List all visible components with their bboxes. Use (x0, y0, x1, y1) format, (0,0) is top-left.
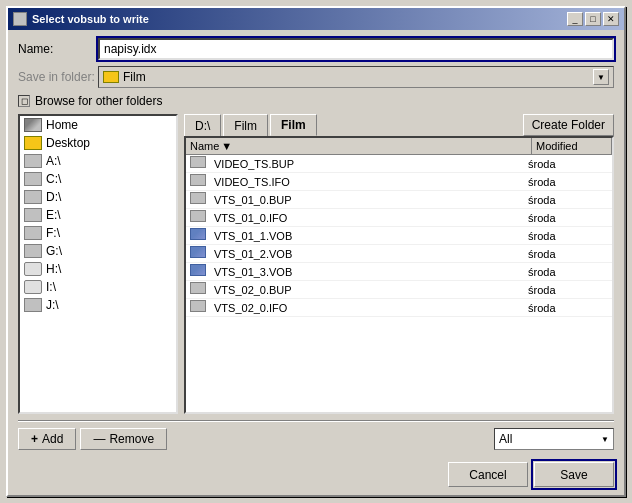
name-row: Name: (18, 38, 614, 60)
name-input[interactable] (98, 38, 614, 60)
file-row[interactable]: VTS_02_0.BUPśroda (186, 281, 612, 299)
drive-icon (24, 298, 42, 312)
combo-arrow-icon[interactable]: ▼ (593, 69, 609, 85)
file-modified: środa (528, 284, 608, 296)
file-name: VTS_01_3.VOB (214, 266, 528, 278)
left-panel-item[interactable]: H:\ (20, 260, 176, 278)
file-icon (190, 192, 206, 204)
file-modified: środa (528, 194, 608, 206)
close-button[interactable]: ✕ (603, 12, 619, 26)
window-icon (13, 12, 27, 26)
file-name: VTS_01_2.VOB (214, 248, 528, 260)
file-modified: środa (528, 266, 608, 278)
left-panel-item-label: Home (46, 118, 78, 132)
left-panel-item[interactable]: I:\ (20, 278, 176, 296)
browse-checkbox-row[interactable]: ◻ Browse for other folders (18, 94, 614, 108)
left-panel-item-label: H:\ (46, 262, 61, 276)
type-combo[interactable]: All ▼ (494, 428, 614, 450)
tab-film-1[interactable]: Film (223, 114, 268, 136)
file-modified: środa (528, 212, 608, 224)
home-icon (24, 118, 42, 132)
browse-checkbox[interactable]: ◻ (18, 95, 30, 107)
right-panel: D:\ Film Film Create Folder Name ▼ Modif… (184, 114, 614, 414)
file-name: VIDEO_TS.BUP (214, 158, 528, 170)
file-name: VTS_01_0.BUP (214, 194, 528, 206)
file-name: VTS_01_0.IFO (214, 212, 528, 224)
file-icon (190, 246, 206, 258)
save-in-row: Save in folder: Film ▼ (18, 66, 614, 88)
file-icon (190, 282, 206, 294)
drive-icon (24, 244, 42, 258)
left-panel-item[interactable]: A:\ (20, 152, 176, 170)
file-list-container[interactable]: Name ▼ Modified VIDEO_TS.BUPśrodaVIDEO_T… (184, 136, 614, 414)
action-row: Cancel Save (18, 458, 614, 487)
drive-icon (24, 190, 42, 204)
col-header-name[interactable]: Name ▼ (186, 138, 532, 154)
left-panel-item[interactable]: C:\ (20, 170, 176, 188)
window-title: Select vobsub to write (32, 13, 149, 25)
file-modified: środa (528, 230, 608, 242)
left-panel-item[interactable]: Home (20, 116, 176, 134)
drive-icon (24, 154, 42, 168)
titlebar: Select vobsub to write _ □ ✕ (8, 8, 624, 30)
left-panel-item-label: Desktop (46, 136, 90, 150)
left-panel-item[interactable]: Desktop (20, 134, 176, 152)
left-panel-item[interactable]: G:\ (20, 242, 176, 260)
file-row[interactable]: VTS_01_1.VOBśroda (186, 227, 612, 245)
file-modified: środa (528, 302, 608, 314)
file-icon (190, 300, 206, 312)
save-in-combo[interactable]: Film ▼ (98, 66, 614, 88)
tab-film-2[interactable]: Film (270, 114, 317, 136)
col-header-modified[interactable]: Modified (532, 138, 612, 154)
create-folder-button[interactable]: Create Folder (523, 114, 614, 136)
file-name: VTS_02_0.BUP (214, 284, 528, 296)
file-icon (190, 228, 206, 240)
type-combo-arrow: ▼ (601, 435, 609, 444)
remove-button[interactable]: Remove (80, 428, 167, 450)
left-panel-item[interactable]: D:\ (20, 188, 176, 206)
left-panel-item[interactable]: F:\ (20, 224, 176, 242)
file-row[interactable]: VTS_02_0.IFOśroda (186, 299, 612, 317)
tab-d-drive[interactable]: D:\ (184, 114, 221, 136)
left-panel-item-label: D:\ (46, 190, 61, 204)
tabs-row: D:\ Film Film Create Folder (184, 114, 614, 136)
file-icon (190, 156, 206, 168)
file-row[interactable]: VTS_01_0.IFOśroda (186, 209, 612, 227)
add-button[interactable]: Add (18, 428, 76, 450)
save-in-label: Save in folder: (18, 70, 98, 84)
minimize-button[interactable]: _ (567, 12, 583, 26)
file-row[interactable]: VTS_01_2.VOBśroda (186, 245, 612, 263)
left-panel-item[interactable]: J:\ (20, 296, 176, 314)
file-list-header: Name ▼ Modified (186, 138, 612, 155)
file-name: VTS_01_1.VOB (214, 230, 528, 242)
save-button[interactable]: Save (534, 462, 614, 487)
dialog-content: Name: Save in folder: Film ▼ ◻ Browse fo… (8, 30, 624, 495)
cdrom-icon (24, 262, 42, 276)
file-name: VIDEO_TS.IFO (214, 176, 528, 188)
browse-label: Browse for other folders (35, 94, 162, 108)
left-panel-item[interactable]: E:\ (20, 206, 176, 224)
left-panel-item-label: A:\ (46, 154, 61, 168)
left-panel-item-label: I:\ (46, 280, 56, 294)
folder-icon (103, 71, 119, 83)
file-name: VTS_02_0.IFO (214, 302, 528, 314)
cancel-button[interactable]: Cancel (448, 462, 528, 487)
dialog-window: Select vobsub to write _ □ ✕ Name: Save … (6, 6, 626, 497)
main-area: HomeDesktopA:\C:\D:\E:\F:\G:\H:\I:\J:\ D… (18, 114, 614, 414)
left-panel-item-label: G:\ (46, 244, 62, 258)
file-rows: VIDEO_TS.BUPśrodaVIDEO_TS.IFOśrodaVTS_01… (186, 155, 612, 317)
file-row[interactable]: VIDEO_TS.BUPśroda (186, 155, 612, 173)
maximize-button[interactable]: □ (585, 12, 601, 26)
drive-icon (24, 208, 42, 222)
cdrom-icon (24, 280, 42, 294)
file-row[interactable]: VTS_01_0.BUPśroda (186, 191, 612, 209)
save-in-value: Film (123, 70, 146, 84)
left-panel-item-label: F:\ (46, 226, 60, 240)
left-panel[interactable]: HomeDesktopA:\C:\D:\E:\F:\G:\H:\I:\J:\ (18, 114, 178, 414)
file-icon (190, 210, 206, 222)
drive-icon (24, 226, 42, 240)
file-modified: środa (528, 158, 608, 170)
file-row[interactable]: VIDEO_TS.IFOśroda (186, 173, 612, 191)
drive-icon (24, 172, 42, 186)
file-row[interactable]: VTS_01_3.VOBśroda (186, 263, 612, 281)
